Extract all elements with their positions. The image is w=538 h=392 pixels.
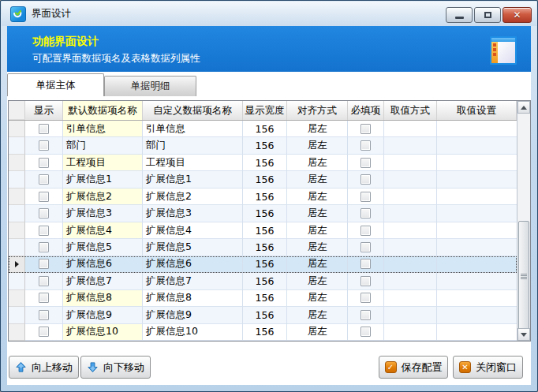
custom-name-cell[interactable]: 部门 bbox=[143, 137, 243, 154]
default-name-cell[interactable]: 扩展信息9 bbox=[63, 307, 143, 323]
value-setting-cell[interactable] bbox=[437, 121, 517, 137]
display-checkbox[interactable] bbox=[39, 293, 49, 303]
header-display-width[interactable]: 显示宽度 bbox=[243, 101, 287, 120]
value-setting-cell[interactable] bbox=[437, 273, 517, 289]
row-selector-cell[interactable] bbox=[9, 324, 25, 341]
display-width-cell[interactable]: 156 bbox=[243, 324, 287, 341]
table-row[interactable]: 扩展信息4 扩展信息4 156 居左 bbox=[9, 222, 517, 239]
value-mode-cell[interactable] bbox=[384, 155, 437, 171]
display-checkbox[interactable] bbox=[39, 208, 49, 218]
header-align-mode[interactable]: 对齐方式 bbox=[287, 101, 348, 120]
value-setting-cell[interactable] bbox=[437, 137, 517, 154]
row-selector-cell[interactable] bbox=[9, 155, 25, 171]
row-selector-cell[interactable] bbox=[9, 290, 25, 307]
display-width-cell[interactable]: 156 bbox=[243, 189, 287, 205]
display-checkbox[interactable] bbox=[39, 310, 49, 320]
close-window-button[interactable]: ✕ 关闭窗口 bbox=[453, 356, 523, 379]
required-checkbox[interactable] bbox=[361, 327, 371, 337]
display-checkbox[interactable] bbox=[39, 276, 49, 286]
display-width-cell[interactable]: 156 bbox=[243, 239, 287, 256]
value-setting-cell[interactable] bbox=[437, 307, 517, 323]
table-row[interactable]: 工程项目 工程项目 156 居左 bbox=[9, 155, 517, 171]
header-default-name[interactable]: 默认数据项名称 bbox=[63, 101, 143, 120]
align-mode-cell[interactable]: 居左 bbox=[287, 189, 348, 205]
align-mode-cell[interactable]: 居左 bbox=[287, 155, 348, 171]
required-checkbox[interactable] bbox=[361, 208, 371, 218]
value-setting-cell[interactable] bbox=[437, 290, 517, 307]
default-name-cell[interactable]: 扩展信息7 bbox=[63, 273, 143, 289]
custom-name-cell[interactable]: 扩展信息2 bbox=[143, 189, 243, 205]
display-width-cell[interactable]: 156 bbox=[243, 256, 287, 273]
table-row[interactable]: 扩展信息5 扩展信息5 156 居左 bbox=[9, 239, 517, 256]
custom-name-cell[interactable]: 扩展信息3 bbox=[143, 205, 243, 222]
value-mode-cell[interactable] bbox=[384, 273, 437, 289]
tab-bill-main[interactable]: 单据主体 bbox=[7, 73, 104, 96]
scroll-up-button[interactable] bbox=[517, 101, 530, 114]
table-row[interactable]: 扩展信息10 扩展信息10 156 居左 bbox=[9, 324, 517, 341]
scroll-down-button[interactable] bbox=[517, 328, 530, 341]
required-checkbox[interactable] bbox=[361, 310, 371, 320]
minimize-button[interactable] bbox=[446, 7, 473, 23]
value-setting-cell[interactable] bbox=[437, 205, 517, 222]
row-selector-cell[interactable] bbox=[9, 307, 25, 323]
align-mode-cell[interactable]: 居左 bbox=[287, 290, 348, 307]
display-checkbox[interactable] bbox=[39, 242, 49, 252]
header-value-mode[interactable]: 取值方式 bbox=[384, 101, 437, 120]
row-selector-cell[interactable] bbox=[9, 171, 25, 188]
display-width-cell[interactable]: 156 bbox=[243, 121, 287, 137]
default-name-cell[interactable]: 扩展信息2 bbox=[63, 189, 143, 205]
display-width-cell[interactable]: 156 bbox=[243, 290, 287, 307]
display-width-cell[interactable]: 156 bbox=[243, 171, 287, 188]
table-row[interactable]: 扩展信息7 扩展信息7 156 居左 bbox=[9, 273, 517, 289]
display-checkbox[interactable] bbox=[39, 192, 49, 202]
table-row[interactable]: 部门 部门 156 居左 bbox=[9, 137, 517, 154]
row-selector-cell[interactable] bbox=[9, 256, 25, 273]
value-setting-cell[interactable] bbox=[437, 171, 517, 188]
row-selector-cell[interactable] bbox=[9, 273, 25, 289]
display-checkbox[interactable] bbox=[39, 140, 49, 151]
display-checkbox[interactable] bbox=[39, 124, 49, 134]
display-checkbox[interactable] bbox=[39, 226, 49, 236]
required-checkbox[interactable] bbox=[361, 259, 371, 269]
save-config-button[interactable]: ✓ 保存配置 bbox=[379, 356, 448, 379]
required-checkbox[interactable] bbox=[361, 242, 371, 252]
table-row[interactable]: 扩展信息9 扩展信息9 156 居左 bbox=[9, 307, 517, 323]
row-selector-cell[interactable] bbox=[9, 189, 25, 205]
value-mode-cell[interactable] bbox=[384, 324, 437, 341]
value-setting-cell[interactable] bbox=[437, 239, 517, 256]
custom-name-cell[interactable]: 扩展信息8 bbox=[143, 290, 243, 307]
align-mode-cell[interactable]: 居左 bbox=[287, 239, 348, 256]
table-row[interactable]: 扩展信息6 扩展信息6 156 居左 bbox=[9, 256, 517, 273]
header-required[interactable]: 必填项 bbox=[348, 101, 384, 120]
tab-bill-detail[interactable]: 单据明细 bbox=[104, 76, 196, 96]
display-width-cell[interactable]: 156 bbox=[243, 137, 287, 154]
custom-name-cell[interactable]: 扩展信息10 bbox=[143, 324, 243, 341]
display-checkbox[interactable] bbox=[39, 174, 49, 185]
required-checkbox[interactable] bbox=[361, 192, 371, 202]
value-mode-cell[interactable] bbox=[384, 307, 437, 323]
default-name-cell[interactable]: 引单信息 bbox=[63, 121, 143, 137]
value-mode-cell[interactable] bbox=[384, 121, 437, 137]
custom-name-cell[interactable]: 扩展信息9 bbox=[143, 307, 243, 323]
default-name-cell[interactable]: 扩展信息1 bbox=[63, 171, 143, 188]
align-mode-cell[interactable]: 居左 bbox=[287, 137, 348, 154]
required-checkbox[interactable] bbox=[361, 174, 371, 185]
align-mode-cell[interactable]: 居左 bbox=[287, 256, 348, 273]
title-bar[interactable]: 界面设计 ✕ bbox=[2, 2, 536, 26]
display-width-cell[interactable]: 156 bbox=[243, 205, 287, 222]
table-row[interactable]: 引单信息 引单信息 156 居左 bbox=[9, 121, 517, 137]
vertical-scrollbar[interactable] bbox=[517, 101, 530, 341]
default-name-cell[interactable]: 扩展信息3 bbox=[63, 205, 143, 222]
display-width-cell[interactable]: 156 bbox=[243, 222, 287, 239]
header-custom-name[interactable]: 自定义数据项名称 bbox=[143, 101, 243, 120]
header-display[interactable]: 显示 bbox=[25, 101, 63, 120]
default-name-cell[interactable]: 部门 bbox=[63, 137, 143, 154]
custom-name-cell[interactable]: 扩展信息4 bbox=[143, 222, 243, 239]
display-width-cell[interactable]: 156 bbox=[243, 273, 287, 289]
align-mode-cell[interactable]: 居左 bbox=[287, 222, 348, 239]
align-mode-cell[interactable]: 居左 bbox=[287, 121, 348, 137]
row-selector-cell[interactable] bbox=[9, 205, 25, 222]
table-row[interactable]: 扩展信息1 扩展信息1 156 居左 bbox=[9, 171, 517, 188]
required-checkbox[interactable] bbox=[361, 124, 371, 134]
align-mode-cell[interactable]: 居左 bbox=[287, 171, 348, 188]
